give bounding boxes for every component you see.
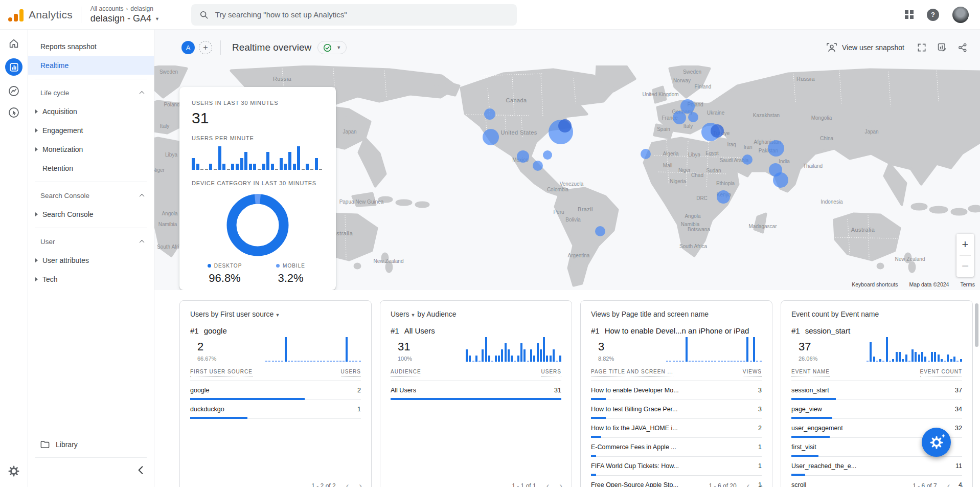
table-row[interactable]: duckduckgo1: [190, 400, 361, 419]
card-title[interactable]: Users by First user source▼: [190, 310, 361, 318]
table-row[interactable]: FIFA World Cup Tickets: How...1: [591, 457, 762, 476]
advertising-nav-icon[interactable]: [8, 106, 20, 119]
comparison-chip[interactable]: A: [181, 41, 195, 54]
bar-chart-icon: [10, 63, 18, 72]
explore-nav-icon[interactable]: [8, 85, 20, 97]
card-title[interactable]: Event count by Event name: [791, 310, 962, 318]
page-prev-icon[interactable]: ‹: [947, 481, 950, 487]
column-header-metric[interactable]: USERS: [341, 369, 361, 377]
table-row[interactable]: How to test Billing Grace Per...3: [591, 400, 762, 419]
page-prev-icon[interactable]: ‹: [747, 481, 750, 487]
sidebar-item-user-attributes[interactable]: User attributes: [28, 251, 154, 270]
column-header-dimension[interactable]: AUDIENCE: [391, 369, 421, 377]
page-scrollbar[interactable]: [975, 303, 978, 347]
row-label: duckduckgo: [190, 406, 224, 413]
sidebar-item-library[interactable]: Library: [28, 435, 154, 454]
card-sparkline[interactable]: [265, 337, 361, 362]
users-per-minute-chart[interactable]: [192, 146, 324, 170]
table-row[interactable]: How to fix the JAVA_HOME i...2: [591, 419, 762, 438]
breadcrumb-account[interactable]: delasign: [130, 5, 153, 12]
property-selector[interactable]: delasign - GA4 ▼: [90, 13, 159, 24]
page-next-icon[interactable]: ›: [559, 481, 562, 487]
page-next-icon[interactable]: ›: [359, 481, 362, 487]
nav-section-user[interactable]: User: [28, 232, 154, 251]
page-prev-icon[interactable]: ‹: [346, 481, 349, 487]
nav-section-search-console[interactable]: Search Console: [28, 186, 154, 205]
map-label: Italy: [683, 123, 693, 129]
map-label: United States: [500, 129, 537, 136]
map-label: Spain: [657, 126, 670, 132]
sidebar-item-acquisition[interactable]: Acquisition: [28, 102, 154, 121]
add-comparison-button[interactable]: +: [199, 41, 212, 54]
spark-bar: [540, 349, 542, 362]
spark-bar: [938, 355, 940, 362]
card-sparkline[interactable]: [867, 337, 962, 362]
chevron-up-icon: [140, 193, 145, 198]
map-label: Chad: [691, 172, 703, 178]
realtime-geo-map[interactable]: SwedenPolandItalyLibyaNigerChadAngolaNam…: [154, 65, 980, 290]
sidebar-item-reports-snapshot[interactable]: Reports snapshot: [28, 37, 154, 56]
row-label: All Users: [391, 387, 416, 394]
apps-grid-icon[interactable]: [905, 10, 914, 19]
table-row[interactable]: How to enable Developer Mo...3: [591, 381, 762, 400]
reports-nav-icon[interactable]: [5, 58, 22, 76]
keyboard-shortcuts-link[interactable]: Keyboard shortcuts: [852, 281, 898, 287]
zoom-out-button[interactable]: −: [962, 256, 969, 277]
help-icon[interactable]: ?: [927, 9, 939, 21]
table-row[interactable]: session_start37: [791, 381, 962, 400]
share-icon[interactable]: [958, 42, 968, 53]
spark-bar: [902, 359, 904, 362]
page-prev-icon[interactable]: ‹: [546, 481, 550, 487]
column-header-dimension[interactable]: PAGE TITLE AND SCREEN ...: [591, 369, 673, 377]
map-label: Niger: [154, 167, 165, 173]
spark-bar: [209, 164, 212, 170]
nav-section-life-cycle[interactable]: Life cycle: [28, 83, 154, 102]
insights-fab[interactable]: ✦: [922, 428, 951, 457]
page-next-icon[interactable]: ›: [760, 481, 763, 487]
admin-gear-icon[interactable]: [8, 466, 19, 479]
zoom-in-button[interactable]: +: [962, 234, 969, 255]
spark-bar: [743, 361, 745, 362]
account-avatar[interactable]: [952, 7, 969, 23]
spark-bar: [319, 169, 322, 170]
map-terms-link[interactable]: Terms: [960, 281, 975, 287]
sidebar-item-monetization[interactable]: Monetization: [28, 140, 154, 159]
column-header-metric[interactable]: EVENT COUNT: [920, 369, 963, 377]
card-sparkline[interactable]: [666, 337, 762, 362]
customize-report-icon[interactable]: [937, 42, 947, 53]
view-user-snapshot-button[interactable]: View user snapshot: [826, 42, 904, 53]
collapse-sidebar-button[interactable]: [136, 466, 145, 477]
card-sparkline[interactable]: [466, 337, 561, 362]
analytics-logo[interactable]: Analytics: [7, 8, 73, 21]
breadcrumb-all-accounts[interactable]: All accounts: [90, 5, 124, 12]
home-icon[interactable]: [8, 38, 19, 49]
column-header-metric[interactable]: VIEWS: [743, 369, 762, 377]
device-category-donut[interactable]: [192, 193, 324, 257]
spark-bar: [469, 356, 471, 362]
page-next-icon[interactable]: ›: [960, 481, 963, 487]
column-header-dimension[interactable]: EVENT NAME: [791, 369, 830, 377]
card-title[interactable]: Users▼ by Audience: [391, 310, 561, 318]
sidebar-item-engagement[interactable]: Engagement: [28, 121, 154, 140]
active-users-bubble: [484, 108, 495, 120]
column-header-dimension[interactable]: FIRST USER SOURCE: [190, 369, 253, 377]
sidebar-item-tech[interactable]: Tech: [28, 270, 154, 289]
search-input[interactable]: Try searching "how to set up Analytics": [191, 4, 517, 26]
table-row[interactable]: User_reached_the_e...11: [791, 457, 962, 476]
table-row[interactable]: E-Commerce Fees in Apple ...1: [591, 438, 762, 457]
map-label: Kazakhstan: [753, 113, 780, 118]
fullscreen-icon[interactable]: [917, 42, 927, 53]
sidebar-item-search-console[interactable]: Search Console: [28, 205, 154, 224]
table-row[interactable]: google2: [190, 381, 361, 400]
card-pagination: 1 - 6 of 20‹›: [709, 481, 763, 487]
spark-bar: [297, 146, 300, 170]
card-title[interactable]: Views by Page title and screen name: [591, 310, 762, 318]
table-row[interactable]: page_view34: [791, 400, 962, 419]
table-row[interactable]: All Users31: [391, 381, 561, 400]
spark-bar: [896, 352, 898, 362]
sidebar-item-realtime[interactable]: Realtime: [28, 56, 154, 75]
column-header-metric[interactable]: USERS: [541, 369, 561, 377]
data-quality-badge[interactable]: ▼: [317, 41, 347, 54]
spark-bar: [695, 361, 697, 362]
sidebar-item-retention[interactable]: Retention: [28, 159, 154, 178]
